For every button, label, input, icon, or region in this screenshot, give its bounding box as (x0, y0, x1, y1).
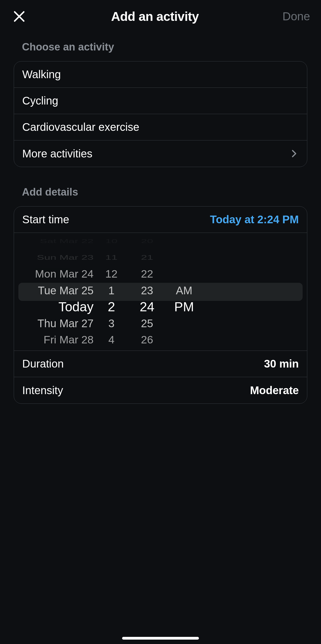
start-time-row[interactable]: Start time Today at 2:24 PM (14, 207, 307, 233)
picker-date-item: Tue Mar 25 (38, 282, 94, 299)
picker-ampm-item: AM (176, 282, 192, 299)
start-time-value: Today at 2:24 PM (210, 213, 299, 226)
picker-hour-item: 1 (108, 282, 114, 299)
intensity-value: Moderate (250, 384, 299, 397)
activity-list: Walking Cycling Cardiovascular exercise … (14, 61, 307, 167)
picker-date-item: Thu Mar 27 (37, 315, 94, 332)
picker-date-item-selected: Today (58, 299, 94, 315)
datetime-picker[interactable]: Sat Mar 22 Sun Mar 23 Mon Mar 24 Tue Mar… (14, 233, 307, 351)
details-card: Start time Today at 2:24 PM Sat Mar 22 S… (14, 206, 307, 404)
content: Choose an activity Walking Cycling Cardi… (0, 33, 321, 404)
picker-columns: Sat Mar 22 Sun Mar 23 Mon Mar 24 Tue Mar… (14, 233, 307, 351)
close-icon (12, 10, 26, 23)
activity-item-cardio[interactable]: Cardiovascular exercise (14, 114, 307, 140)
activity-label: Walking (22, 68, 61, 81)
activity-item-walking[interactable]: Walking (14, 61, 307, 88)
picker-col-hour[interactable]: 10 11 12 1 2 3 4 5 6 (96, 233, 126, 351)
activity-item-cycling[interactable]: Cycling (14, 88, 307, 114)
more-activities-label: More activities (22, 148, 92, 160)
activity-label: Cycling (22, 95, 58, 107)
choose-activity-label: Choose an activity (14, 41, 307, 53)
done-button[interactable]: Done (283, 10, 310, 23)
picker-col-minute[interactable]: 20 21 22 23 24 25 26 27 28 (126, 233, 168, 351)
picker-col-date[interactable]: Sat Mar 22 Sun Mar 23 Mon Mar 24 Tue Mar… (14, 233, 96, 351)
picker-minute-item: 23 (141, 282, 153, 299)
picker-date-item: Mon Mar 24 (35, 266, 94, 282)
intensity-row[interactable]: Intensity Moderate (14, 377, 307, 403)
picker-hour-item: 10 (105, 237, 118, 245)
close-button[interactable] (11, 8, 27, 25)
picker-hour-item-selected: 2 (108, 299, 115, 315)
picker-date-item: Sat Mar 22 (40, 237, 94, 245)
more-activities-button[interactable]: More activities (14, 140, 307, 167)
start-time-label: Start time (22, 213, 69, 226)
home-indicator[interactable] (122, 637, 199, 640)
activity-label: Cardiovascular exercise (22, 121, 139, 133)
picker-minute-item: 21 (141, 253, 153, 262)
picker-minute-item: 20 (141, 237, 153, 245)
picker-hour-item: 11 (105, 253, 118, 262)
picker-minute-item-selected: 24 (140, 299, 154, 315)
intensity-label: Intensity (22, 384, 63, 397)
picker-date-item: Sun Mar 23 (37, 253, 94, 262)
picker-minute-item: 22 (141, 266, 153, 282)
header: Add an activity Done (0, 0, 321, 33)
picker-date-item: Fri Mar 28 (44, 332, 94, 348)
picker-minute-item: 25 (141, 315, 153, 332)
picker-hour-item: 3 (108, 315, 114, 332)
page-title: Add an activity (111, 9, 199, 24)
duration-row[interactable]: Duration 30 min (14, 351, 307, 377)
picker-col-ampm[interactable]: AM PM (168, 233, 201, 351)
picker-ampm-item-selected: PM (174, 299, 194, 315)
picker-hour-item: 4 (108, 332, 114, 348)
duration-label: Duration (22, 358, 64, 370)
picker-hour-item: 12 (105, 266, 118, 282)
chevron-right-icon (289, 149, 299, 158)
add-details-label: Add details (14, 186, 307, 198)
duration-value: 30 min (264, 358, 299, 370)
picker-minute-item: 26 (141, 332, 153, 348)
